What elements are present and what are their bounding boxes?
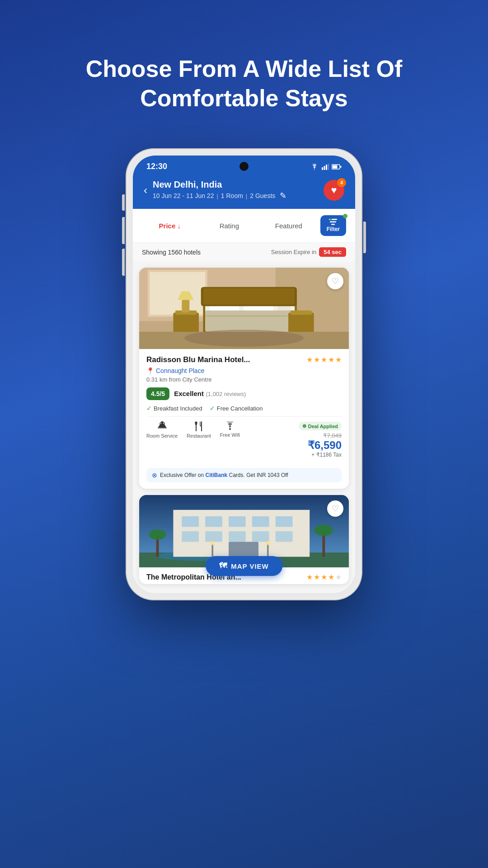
separator-1: | <box>216 193 218 199</box>
bottom-spacer <box>133 584 355 593</box>
map-icon: 🗺 <box>219 561 227 571</box>
rooms: 1 Room <box>221 192 243 199</box>
hotel-name-1: Radisson Blu Marina Hotel... <box>146 355 306 364</box>
svg-point-62 <box>266 541 270 545</box>
header-city: New Delhi, India <box>153 179 318 190</box>
svg-rect-6 <box>340 166 342 168</box>
service-icons: Room Service Restaurant <box>146 421 299 439</box>
title-line-2: Comfortable Stays <box>140 85 347 111</box>
status-icons <box>310 164 342 170</box>
battery-icon <box>332 164 342 170</box>
svg-rect-24 <box>203 288 295 305</box>
edit-icon[interactable]: ✎ <box>280 191 286 201</box>
phone-mockup: 12:30 <box>127 149 361 599</box>
filter-active-dot <box>343 214 347 218</box>
svg-rect-8 <box>330 222 336 223</box>
hotel-card-2[interactable]: ♡ The Metropolitan Hotel an... ★ ★ ★ ★ ★ <box>139 495 349 584</box>
session-label: Session Expire in <box>271 249 316 255</box>
tab-price[interactable]: Price ↓ <box>142 218 198 233</box>
results-count: Showing 1560 hotels <box>142 249 201 256</box>
svg-rect-34 <box>158 427 167 429</box>
tab-featured[interactable]: Featured <box>261 218 317 233</box>
page-title: Choose From A Wide List Of Comfortable S… <box>50 54 439 113</box>
deal-badge-label: Deal Applied <box>308 424 338 429</box>
map-view-button[interactable]: 🗺 MAP VIEW <box>206 556 282 576</box>
room-service-icon <box>156 421 168 431</box>
amenity-cancellation: ✓ Free Cancellation <box>210 405 263 412</box>
svg-rect-53 <box>276 531 293 542</box>
service-wifi: Free Wifi <box>220 421 240 438</box>
check-icon-1: ✓ <box>146 405 152 412</box>
svg-rect-50 <box>205 531 222 542</box>
svg-point-10 <box>330 219 332 221</box>
map-view-label: MAP VIEW <box>231 562 269 570</box>
filter-label: Filter <box>327 226 340 232</box>
svg-rect-48 <box>276 516 293 527</box>
svg-rect-14 <box>150 272 206 315</box>
tab-rating[interactable]: Rating <box>202 218 258 233</box>
hotel-info-1: Radisson Blu Marina Hotel... ★ ★ ★ ★ ★ 📍… <box>139 349 349 464</box>
guests: 2 Guests <box>250 192 275 199</box>
back-button[interactable]: ‹ <box>144 184 147 197</box>
rating-tab-label: Rating <box>220 222 239 230</box>
offer-bank: CitiBank <box>206 472 228 478</box>
session-info: Session Expire in 54 sec <box>271 247 346 257</box>
original-price: ₹7,049 <box>299 432 342 439</box>
date-range: 10 Jun 22 - 11 Jun 22 <box>153 192 214 199</box>
wifi-icon <box>310 164 319 170</box>
svg-rect-52 <box>252 531 269 542</box>
price-tab-label: Price ↓ <box>159 222 181 230</box>
wishlist-btn-2[interactable]: ♡ <box>327 500 343 517</box>
hotel-card-1[interactable]: ♡ Radisson Blu Marina Hotel... ★ ★ ★ ★ ★ <box>139 268 349 489</box>
svg-point-60 <box>210 541 214 545</box>
deal-icon: ⊗ <box>302 423 306 429</box>
price-section: ⊗ Deal Applied ₹7,049 ₹6,590 + ₹1186 Tax <box>299 421 342 458</box>
status-time: 12:30 <box>146 162 167 171</box>
svg-point-58 <box>314 525 333 536</box>
hotel-stars-1: ★ ★ ★ ★ ★ <box>306 355 342 364</box>
svg-rect-46 <box>229 516 246 527</box>
svg-rect-45 <box>205 516 222 527</box>
svg-point-31 <box>184 330 304 347</box>
filter-icon <box>329 219 337 225</box>
svg-rect-5 <box>333 165 338 168</box>
svg-rect-2 <box>326 165 327 170</box>
restaurant-label: Restaurant <box>187 433 211 439</box>
featured-tab-label: Featured <box>275 222 302 230</box>
location-row: 📍 Connaught Place <box>146 367 342 374</box>
wishlist-btn-1[interactable]: ♡ <box>327 273 343 289</box>
offer-banner: ⊗ Exclusive Offer on CitiBank Cards. Get… <box>146 468 342 482</box>
wifi-amenity-icon <box>224 421 236 430</box>
title-line-1: Choose From A Wide List Of <box>86 56 403 82</box>
svg-rect-59 <box>211 544 213 557</box>
room-service-label: Room Service <box>146 433 178 439</box>
header-info: New Delhi, India 10 Jun 22 - 11 Jun 22 |… <box>153 179 318 201</box>
svg-rect-1 <box>324 166 325 170</box>
offer-icon: ⊗ <box>152 472 157 479</box>
filter-button[interactable]: Filter <box>320 215 346 236</box>
svg-rect-47 <box>252 516 269 527</box>
app-header: ‹ New Delhi, India 10 Jun 22 - 11 Jun 22… <box>133 175 355 209</box>
svg-rect-9 <box>331 224 335 225</box>
offer-suffix: Cards. Get INR 1043 Off <box>227 472 288 478</box>
deal-price-section: Room Service Restaurant <box>146 416 342 458</box>
signal-icon <box>322 164 329 170</box>
hotel-location: Connaught Place <box>156 367 204 374</box>
check-icon-2: ✓ <box>210 405 215 412</box>
header-details: 10 Jun 22 - 11 Jun 22 | 1 Room | 2 Guest… <box>153 191 318 201</box>
wifi-label: Free Wifi <box>220 432 240 438</box>
separator-2: | <box>246 193 247 199</box>
rating-label: Excellent <box>174 390 204 397</box>
favorites-badge[interactable]: ♥ 4 <box>324 180 344 201</box>
location-pin-icon: 📍 <box>146 367 154 374</box>
svg-rect-44 <box>182 516 199 527</box>
filter-bar: Price ↓ Rating Featured <box>133 209 355 243</box>
phone-notch <box>239 162 249 171</box>
svg-rect-0 <box>322 167 323 170</box>
svg-rect-27 <box>182 300 189 312</box>
svg-rect-54 <box>229 542 258 557</box>
favorites-count: 4 <box>337 178 346 187</box>
rating-row: 4.5/5 Excellent (1,002 reviews) <box>146 387 342 400</box>
room-illustration <box>139 268 349 349</box>
session-value: 54 sec <box>319 247 346 257</box>
